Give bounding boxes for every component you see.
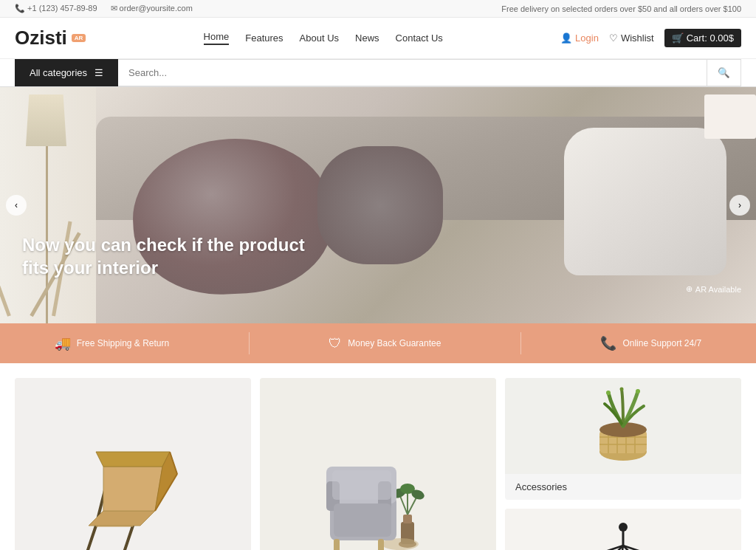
ar-indicator [704, 94, 756, 139]
svg-rect-25 [334, 503, 391, 537]
shipping-icon: 🚚 [55, 335, 71, 351]
wishlist-link[interactable]: ♡ Wishlist [609, 32, 654, 44]
header: Ozisti AR Home Features About Us News Co… [0, 18, 756, 59]
top-bar: 📞 +1 (123) 457-89-89 ✉ order@yoursite.co… [0, 0, 756, 18]
sofas-image [319, 415, 437, 550]
svg-rect-13 [403, 515, 412, 523]
pillow-dark [317, 146, 443, 264]
moneyback-icon: 🛡 [329, 336, 342, 351]
all-categories-label: All categories [30, 67, 87, 78]
pillow-white [564, 128, 726, 275]
benefit-support: 📞 Online Support 24/7 [600, 335, 701, 351]
ar-badge: AR [72, 34, 86, 42]
support-label: Online Support 24/7 [622, 338, 701, 348]
hero-headline: Now you can check if the product fits yo… [22, 233, 305, 279]
search-icon: 🔍 [718, 67, 730, 78]
benefit-shipping: 🚚 Free Shipping & Return [55, 335, 169, 351]
support-icon: 📞 [600, 335, 616, 351]
nav-contact[interactable]: Contact Us [396, 32, 443, 44]
nav-news[interactable]: News [355, 32, 379, 44]
svg-line-14 [400, 496, 408, 515]
shipping-label: Free Shipping & Return [77, 338, 169, 348]
slider-next-button[interactable]: › [729, 195, 750, 216]
svg-point-39 [636, 389, 640, 393]
lighting-image [571, 516, 675, 550]
svg-marker-6 [103, 467, 162, 511]
hero-slider: Now you can check if the product fits yo… [0, 87, 756, 323]
nav-features[interactable]: Features [245, 32, 283, 44]
svg-line-16 [408, 498, 416, 515]
cart-button[interactable]: 🛒 Cart: 0.00$ [664, 29, 741, 47]
furniture-image [74, 408, 192, 550]
moneyback-label: Money Back Guarantee [348, 338, 441, 348]
category-section: Furniture [0, 363, 756, 550]
nav-home[interactable]: Home [204, 31, 230, 45]
svg-point-40 [620, 388, 624, 391]
benefit-divider-2 [520, 332, 521, 354]
lamp-leg1 [0, 225, 11, 317]
search-input-wrap: 🔍 [118, 59, 741, 86]
main-nav: Home Features About Us News Contact Us [108, 31, 538, 45]
accessories-image [586, 385, 660, 467]
cart-icon: 🛒 [672, 32, 684, 44]
wishlist-label: Wishlist [621, 32, 654, 44]
login-link[interactable]: 👤 Login [560, 32, 599, 44]
email-text: ✉ order@yoursite.com [111, 4, 193, 13]
category-lighting[interactable]: Lighting [505, 509, 741, 550]
header-actions: 👤 Login ♡ Wishlist 🛒 Cart: 0.00$ [560, 29, 741, 47]
svg-point-41 [619, 523, 628, 532]
menu-icon: ☰ [94, 67, 103, 78]
benefits-bar: 🚚 Free Shipping & Return 🛡 Money Back Gu… [0, 323, 756, 363]
hero-text: Now you can check if the product fits yo… [22, 233, 305, 279]
login-label: Login [575, 32, 599, 44]
all-categories-button[interactable]: All categories ☰ [15, 59, 118, 86]
ar-available-icon: ⊕ [686, 284, 693, 294]
ar-available-badge: ⊕ AR Available [686, 284, 741, 294]
top-bar-left: 📞 +1 (123) 457-89-89 ✉ order@yoursite.co… [15, 4, 193, 13]
slider-prev-button[interactable]: ‹ [6, 195, 27, 216]
category-accessories[interactable]: Accessories [505, 378, 741, 500]
category-furniture[interactable]: Furniture [15, 378, 251, 550]
svg-rect-27 [378, 539, 384, 550]
wishlist-icon: ♡ [609, 32, 618, 44]
search-input[interactable] [118, 60, 707, 86]
svg-marker-7 [96, 452, 170, 467]
logo-text: Ozisti [15, 27, 67, 49]
sofa-area [96, 87, 756, 323]
login-icon: 👤 [560, 32, 572, 44]
logo[interactable]: Ozisti AR [15, 27, 86, 49]
promo-text: Free delivery on selected orders over $5… [501, 4, 741, 13]
svg-rect-28 [332, 470, 391, 500]
cart-label: Cart: 0.00$ [687, 32, 734, 44]
svg-rect-26 [334, 539, 340, 550]
category-sofas[interactable]: Sofas & Armchairs [260, 378, 496, 550]
benefit-divider-1 [249, 332, 250, 354]
search-button[interactable]: 🔍 [707, 60, 740, 86]
svg-point-38 [606, 391, 611, 395]
nav-about[interactable]: About Us [300, 32, 339, 44]
search-bar: All categories ☰ 🔍 [0, 59, 756, 87]
ar-available-text: AR Available [695, 285, 741, 294]
svg-line-1 [118, 526, 133, 550]
phone-text: 📞 +1 (123) 457-89-89 [15, 4, 97, 13]
svg-line-0 [81, 526, 96, 550]
benefit-moneyback: 🛡 Money Back Guarantee [329, 336, 441, 351]
lamp-shade [26, 94, 66, 146]
accessories-label: Accessories [505, 474, 741, 500]
